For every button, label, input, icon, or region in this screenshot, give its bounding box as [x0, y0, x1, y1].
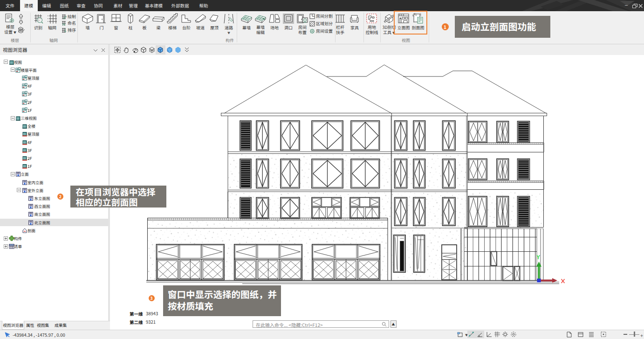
svg-text:Y: Y: [536, 254, 540, 261]
